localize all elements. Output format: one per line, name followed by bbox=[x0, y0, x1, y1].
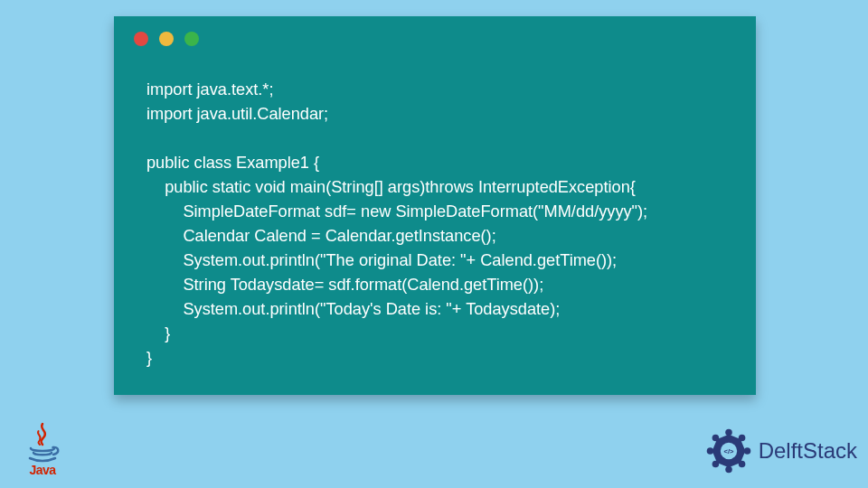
code-block: import java.text.*; import java.util.Cal… bbox=[146, 78, 731, 371]
svg-text:</>: </> bbox=[723, 447, 734, 455]
java-logo-label: Java bbox=[11, 463, 74, 477]
zoom-icon bbox=[184, 32, 199, 46]
java-cup-icon bbox=[20, 421, 65, 466]
close-icon bbox=[134, 32, 148, 46]
window-traffic-lights bbox=[134, 32, 199, 46]
delftstack-logo: </> DelftStack bbox=[704, 427, 857, 475]
code-panel: import java.text.*; import java.util.Cal… bbox=[114, 16, 756, 395]
delftstack-logo-label: DelftStack bbox=[759, 438, 857, 464]
minimize-icon bbox=[159, 32, 174, 46]
delftstack-emblem-icon: </> bbox=[704, 427, 753, 475]
java-logo: Java bbox=[11, 421, 74, 477]
